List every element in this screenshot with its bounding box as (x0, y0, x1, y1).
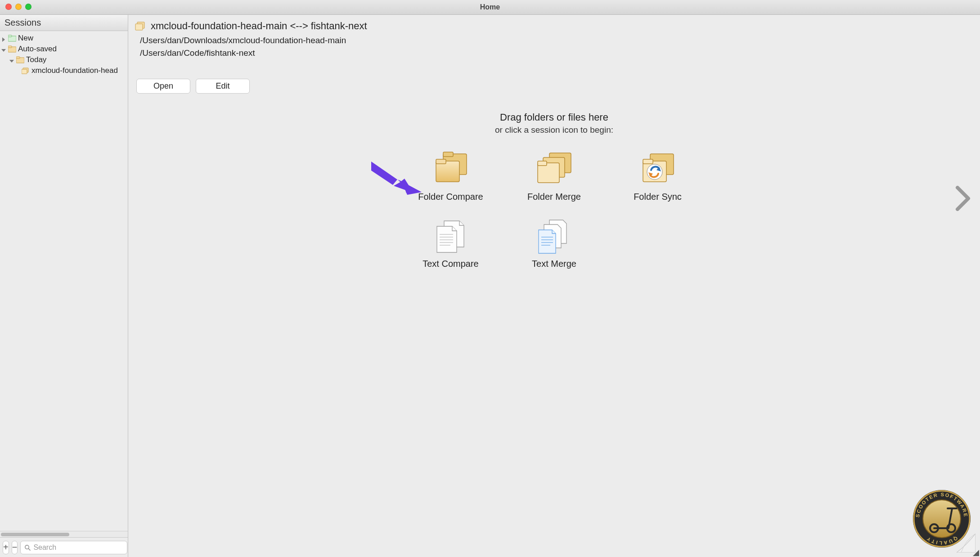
session-type-label: Folder Merge (527, 192, 581, 202)
search-icon (24, 544, 31, 551)
folder-icon (16, 56, 24, 63)
session-type-folder-merge[interactable]: Folder Merge (503, 151, 606, 202)
sidebar: Sessions New (0, 15, 128, 557)
session-path-left: /Users/dan/Downloads/xmcloud-foundation-… (140, 36, 972, 45)
session-type-text-compare[interactable]: Text Compare (399, 218, 503, 269)
folder-icon (8, 45, 16, 53)
chevron-down-icon[interactable] (9, 57, 14, 63)
drop-subheading: or click a session icon to begin: (128, 125, 980, 135)
brand-seal: SCOOTER SOFTWARE QUALITY (908, 485, 976, 553)
svg-rect-16 (443, 152, 453, 157)
sidebar-header: Sessions (0, 15, 128, 31)
text-merge-icon (534, 218, 575, 254)
remove-session-button[interactable]: − (12, 541, 18, 554)
folder-sync-icon (638, 151, 678, 187)
svg-rect-25 (643, 159, 653, 164)
tree-horizontal-scrollbar[interactable] (0, 531, 128, 537)
resize-grip-icon[interactable] (973, 550, 979, 556)
svg-marker-3 (1, 49, 6, 52)
search-field[interactable] (20, 541, 127, 554)
svg-rect-10 (22, 69, 27, 74)
open-button[interactable]: Open (136, 79, 190, 94)
tree-item-today[interactable]: Today (0, 54, 128, 65)
folder-icon (8, 35, 16, 42)
sidebar-bottom-bar: + − (0, 537, 128, 557)
tree-item-label: xmcloud-foundation-head (31, 66, 118, 75)
window-minimize-button[interactable] (15, 4, 22, 10)
tree-item-label: New (18, 34, 33, 43)
session-type-folder-sync[interactable]: Folder Sync (606, 151, 710, 202)
session-type-label: Text Compare (423, 259, 479, 269)
main-pane: xmcloud-foundation-head-main <--> fishta… (128, 15, 980, 557)
svg-rect-18 (436, 159, 446, 164)
minus-icon: − (12, 542, 18, 553)
text-compare-icon (431, 218, 471, 254)
chevron-down-icon[interactable] (1, 46, 6, 52)
chevron-right-icon (954, 186, 972, 211)
session-type-text-merge[interactable]: Text Merge (503, 218, 606, 269)
svg-rect-17 (436, 161, 459, 182)
folder-compare-icon (135, 21, 146, 31)
svg-rect-2 (8, 35, 12, 37)
tree-item-session[interactable]: xmcloud-foundation-head (0, 65, 128, 76)
session-type-label: Text Merge (532, 259, 576, 269)
window-title: Home (480, 3, 500, 11)
add-session-button[interactable]: + (3, 541, 9, 554)
session-type-folder-compare[interactable]: Folder Compare (399, 151, 503, 202)
next-page-button[interactable] (954, 186, 972, 213)
svg-marker-50 (973, 550, 979, 556)
svg-marker-6 (9, 60, 14, 63)
folder-merge-icon (534, 151, 575, 187)
tree-item-auto-saved[interactable]: Auto-saved (0, 44, 128, 54)
scrollbar-thumb[interactable] (1, 533, 69, 536)
folder-compare-icon (431, 151, 471, 187)
drop-area: Drag folders or files here or click a se… (128, 112, 980, 269)
folder-compare-icon (22, 67, 30, 74)
svg-point-45 (923, 500, 961, 538)
session-header: xmcloud-foundation-head-main <--> fishta… (128, 15, 980, 95)
search-input[interactable] (33, 544, 123, 552)
svg-rect-22 (538, 161, 547, 166)
session-type-label: Folder Compare (418, 192, 483, 202)
edit-button[interactable]: Edit (196, 79, 250, 94)
chevron-right-icon[interactable] (1, 36, 6, 41)
sessions-tree[interactable]: New Auto-saved (0, 31, 128, 531)
session-title: xmcloud-foundation-head-main <--> fishta… (151, 20, 367, 32)
drop-heading: Drag folders or files here (128, 112, 980, 123)
svg-rect-8 (16, 57, 20, 58)
tree-item-label: Today (26, 55, 46, 64)
svg-rect-5 (8, 46, 12, 48)
traffic-lights (5, 4, 31, 10)
session-path-right: /Users/dan/Code/fishtank-next (140, 48, 972, 58)
session-type-label: Folder Sync (634, 192, 682, 202)
svg-rect-14 (135, 24, 143, 30)
window-titlebar: Home (0, 0, 980, 15)
window-zoom-button[interactable] (25, 4, 31, 10)
svg-marker-0 (2, 37, 5, 42)
svg-line-12 (29, 548, 31, 550)
window-close-button[interactable] (5, 4, 12, 10)
tree-item-new[interactable]: New (0, 33, 128, 44)
tree-item-label: Auto-saved (18, 45, 57, 54)
plus-icon: + (3, 542, 9, 553)
